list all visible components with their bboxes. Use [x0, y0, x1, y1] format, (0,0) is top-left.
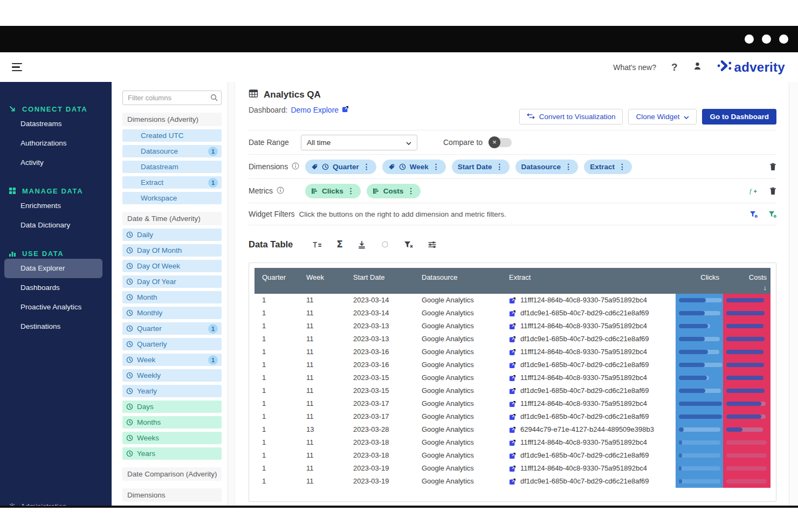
external-link-icon[interactable] — [509, 439, 516, 446]
field-item-datasource[interactable]: Datasource1 — [122, 145, 222, 157]
sidebar-item-destinations[interactable]: Destinations — [0, 317, 112, 336]
external-link-icon[interactable] — [509, 388, 516, 395]
field-item-months[interactable]: Months — [122, 416, 222, 429]
column-header-start-date[interactable]: Start Date — [353, 268, 422, 281]
dimension-chip-quarter[interactable]: Quarter⋮ — [305, 160, 376, 174]
window-control-dot[interactable] — [745, 34, 754, 44]
field-item-yearly[interactable]: Yearly — [122, 385, 222, 397]
external-link-icon[interactable] — [509, 400, 516, 407]
compare-toggle[interactable]: × — [490, 138, 512, 147]
table-row[interactable]: 1112023-03-15Google Analytics11fff124-86… — [254, 371, 771, 384]
sidebar-item-dashboards[interactable]: Dashboards — [0, 278, 112, 298]
external-link-icon[interactable] — [509, 323, 516, 330]
table-row[interactable]: 1112023-03-17Google Analyticsdf1dc9e1-68… — [254, 410, 771, 423]
metric-filter-icon[interactable] — [768, 211, 776, 218]
help-icon[interactable]: ? — [671, 61, 678, 73]
trash-icon[interactable] — [769, 163, 776, 171]
table-row[interactable]: 1112023-03-13Google Analytics11fff124-86… — [254, 320, 771, 333]
clone-widget-button[interactable]: Clone Widget — [628, 109, 697, 125]
kebab-icon[interactable]: ⋮ — [432, 163, 440, 170]
trash-icon[interactable] — [769, 187, 776, 195]
kebab-icon[interactable]: ⋮ — [407, 187, 415, 195]
dimension-filter-icon[interactable] — [749, 211, 758, 218]
sidebar-item-data-explorer[interactable]: Data Explorer — [4, 259, 102, 278]
sidebar-item-activity[interactable]: Activity — [0, 153, 112, 172]
column-header-costs[interactable]: Costs↓ — [723, 268, 771, 291]
field-item-week[interactable]: Week1 — [122, 354, 222, 366]
external-link-icon[interactable] — [509, 478, 516, 485]
table-row[interactable]: 1112023-03-13Google Analyticsdf1dc9e1-68… — [254, 333, 771, 346]
table-row[interactable]: 1112023-03-18Google Analyticsdf1dc9e1-68… — [254, 449, 771, 462]
field-item-years[interactable]: Years — [122, 447, 222, 460]
go-to-dashboard-button[interactable]: Go to Dashboard — [702, 109, 776, 125]
column-header-extract[interactable]: Extract — [509, 268, 676, 281]
kebab-icon[interactable]: ⋮ — [347, 187, 355, 195]
external-link-icon[interactable] — [509, 297, 516, 304]
sidebar-item-proactive-analytics[interactable]: Proactive Analytics — [0, 298, 112, 317]
column-header-clicks[interactable]: Clicks — [676, 268, 723, 281]
table-row[interactable]: 1112023-03-19Google Analyticsdf1dc9e1-68… — [254, 475, 771, 488]
table-row[interactable]: 1132023-03-28Google Analytics62944c79-e7… — [254, 423, 771, 436]
convert-to-visualization-button[interactable]: Convert to Visualization — [519, 109, 623, 125]
kebab-icon[interactable]: ⋮ — [363, 163, 370, 170]
column-settings-icon[interactable] — [428, 241, 437, 248]
column-header-quarter[interactable]: Quarter — [254, 268, 306, 281]
external-link-icon[interactable] — [509, 310, 516, 317]
table-row[interactable]: 1112023-03-16Google Analyticsdf1dc9e1-68… — [254, 358, 771, 371]
field-item-quarter[interactable]: Quarter1 — [122, 322, 222, 335]
external-link-icon[interactable] — [509, 452, 516, 459]
sidebar-item-authorizations[interactable]: Authorizations — [0, 134, 112, 153]
function-icon[interactable]: f — [749, 188, 759, 195]
sidebar-item-data-dictionary[interactable]: Data Dictionary — [0, 216, 112, 235]
metric-chip-clicks[interactable]: Clicks⋮ — [305, 184, 361, 198]
table-row[interactable]: 1112023-03-14Google Analyticsdf1dc9e1-68… — [254, 307, 771, 320]
kebab-icon[interactable]: ⋮ — [565, 163, 572, 170]
sidebar-item-datastreams[interactable]: Datastreams — [0, 114, 112, 134]
external-link-icon[interactable] — [509, 426, 516, 433]
table-row[interactable]: 1112023-03-19Google Analytics11fff124-86… — [254, 462, 771, 475]
download-icon[interactable] — [357, 240, 366, 249]
kebab-icon[interactable]: ⋮ — [618, 163, 626, 170]
field-item-day-of-week[interactable]: Day Of Week — [122, 260, 222, 272]
window-control-dot[interactable] — [762, 34, 771, 44]
field-item-workspace[interactable]: Workspace — [122, 192, 222, 204]
column-header-datasource[interactable]: Datasource — [422, 268, 509, 281]
filter-columns-input[interactable] — [122, 91, 222, 105]
metric-chip-costs[interactable]: Costs⋮ — [367, 184, 421, 198]
refresh-icon[interactable] — [381, 240, 389, 248]
field-item-weeks[interactable]: Weeks — [122, 432, 222, 444]
transpose-icon[interactable] — [312, 241, 322, 248]
field-item-month[interactable]: Month — [122, 291, 222, 303]
menu-icon[interactable] — [12, 63, 22, 72]
sum-icon[interactable]: Σ — [336, 240, 343, 249]
field-item-extract[interactable]: Extract1 — [122, 176, 222, 189]
window-control-dot[interactable] — [779, 34, 788, 44]
sidebar-item-enrichments[interactable]: Enrichments — [0, 196, 112, 216]
table-row[interactable]: 1112023-03-17Google Analytics11fff124-86… — [254, 397, 771, 410]
whats-new-link[interactable]: What's new? — [613, 63, 656, 72]
external-link-icon[interactable] — [509, 349, 516, 356]
field-item-monthly[interactable]: Monthly — [122, 307, 222, 319]
table-row[interactable]: 1112023-03-16Google Analytics11fff124-86… — [254, 346, 771, 358]
kebab-icon[interactable]: ⋮ — [496, 163, 504, 170]
external-link-icon[interactable] — [509, 413, 516, 420]
table-row[interactable]: 1112023-03-15Google Analyticsdf1dc9e1-68… — [254, 384, 771, 397]
external-link-icon[interactable] — [509, 362, 516, 369]
external-link-icon[interactable] — [509, 375, 516, 382]
field-item-weekly[interactable]: Weekly — [122, 369, 222, 382]
field-item-quarterly[interactable]: Quarterly — [122, 338, 222, 350]
field-item-datastream[interactable]: Datastream — [122, 161, 222, 173]
field-item-days[interactable]: Days — [122, 400, 222, 413]
dimension-chip-week[interactable]: Week⋮ — [382, 160, 446, 174]
external-link-icon[interactable] — [509, 465, 516, 472]
external-link-icon[interactable] — [509, 336, 516, 343]
field-item-day-of-month[interactable]: Day Of Month — [122, 244, 222, 257]
dashboard-link[interactable]: Demo Explore — [291, 106, 349, 114]
dimension-chip-extract[interactable]: Extract⋮ — [584, 160, 632, 174]
person-icon[interactable] — [693, 61, 702, 71]
table-row[interactable]: 1112023-03-18Google Analytics11fff124-86… — [254, 436, 771, 449]
date-range-select[interactable]: All time — [301, 135, 417, 150]
column-header-week[interactable]: Week — [306, 268, 353, 281]
dimension-chip-datasource[interactable]: Datasource⋮ — [515, 160, 579, 174]
clear-filter-icon[interactable] — [404, 241, 413, 248]
